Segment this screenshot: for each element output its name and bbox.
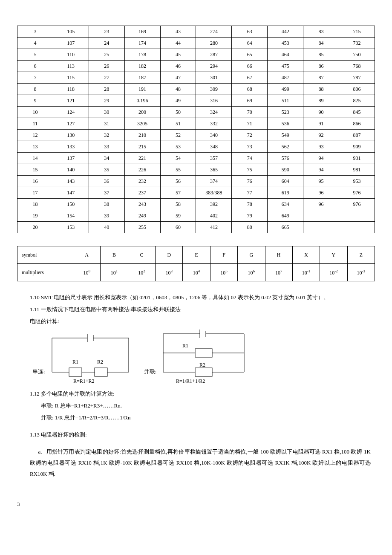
symbol-cell: X (292, 246, 320, 264)
table-cell: 77 (232, 187, 268, 199)
table-cell: 85 (303, 49, 339, 61)
table-cell: 72 (232, 130, 268, 141)
table-cell: 453 (268, 38, 303, 49)
table-cell: 110 (53, 49, 89, 61)
table-cell: 127 (53, 118, 89, 130)
table-cell: 24 (89, 38, 124, 49)
table-cell: 191 (124, 84, 160, 95)
table-cell: 71 (232, 118, 268, 130)
table-row: 19154392495940279649 (17, 210, 375, 222)
page-number: 3 (17, 501, 375, 508)
table-cell: 475 (268, 61, 303, 72)
table-cell: 324 (196, 107, 232, 118)
parallel-circuit-icon: R1 R2 R=1/R1+1/R2 (159, 330, 248, 385)
multiplier-heading: multipliers (17, 264, 73, 281)
table-cell: 365 (196, 164, 232, 176)
table-cell: 316 (196, 95, 232, 107)
table-cell: 10 (17, 107, 53, 118)
multiplier-cell: 105 (210, 264, 237, 281)
table-cell: 255 (124, 222, 160, 233)
table-cell: 3205 (124, 118, 160, 130)
table-cell: 536 (268, 118, 303, 130)
table-cell: 412 (196, 222, 232, 233)
table-cell: 6 (17, 61, 53, 72)
table-row: 1614336232563747660495953 (17, 176, 375, 187)
multiplier-cell: 103 (156, 264, 183, 281)
svg-rect-21 (195, 368, 212, 376)
table-cell: 69 (232, 95, 268, 107)
table-cell: 154 (53, 210, 89, 222)
parallel-multi-formula: 并联: 1/R 总并=1/R+2/R+3/R……1/Rn (30, 412, 371, 423)
table-cell: 45 (160, 49, 196, 61)
symbol-cell: H (265, 246, 292, 264)
table-cell: 78 (232, 199, 268, 210)
table-cell: 249 (124, 210, 160, 222)
table-cell: 67 (232, 72, 268, 84)
table-row: 511025178452876546485750 (17, 49, 375, 61)
table-cell: 9 (17, 95, 53, 107)
series-formula: R=R1+R2 (73, 378, 95, 384)
table-cell: 576 (268, 153, 303, 164)
table-cell: 11 (17, 118, 53, 130)
table-cell: 5 (17, 49, 53, 61)
table-cell: 215 (124, 141, 160, 153)
table-cell: 60 (160, 222, 196, 233)
table-cell: 64 (232, 38, 268, 49)
table-cell: 187 (124, 72, 160, 84)
table-cell: 107 (53, 38, 89, 49)
table-cell: 91 (303, 118, 339, 130)
table-cell: 825 (339, 95, 375, 107)
table-cell: 73 (232, 141, 268, 153)
table-cell: 88 (303, 84, 339, 95)
parallel-formula: R=1/R1+1/R2 (176, 378, 205, 384)
table-cell: 49 (160, 95, 196, 107)
multiplier-cell: 104 (183, 264, 210, 281)
table-cell: 226 (124, 164, 160, 176)
table-row: 1815038243583927863496976 (17, 199, 375, 210)
table-row: 1413734221543577457694931 (17, 153, 375, 164)
table-row: 11127313205513327153691866 (17, 118, 375, 130)
svg-rect-2 (69, 368, 82, 376)
table-cell: 243 (124, 199, 160, 210)
svg-rect-4 (95, 368, 107, 376)
table-cell: 83 (303, 26, 339, 38)
table-row: 1012430200503247052390845 (17, 107, 375, 118)
table-cell: 981 (339, 164, 375, 176)
table-cell: 4 (17, 38, 53, 49)
table-cell: 47 (160, 72, 196, 84)
table-cell: 768 (339, 61, 375, 72)
table-cell: 121 (53, 95, 89, 107)
table-cell: 56 (160, 176, 196, 187)
table-cell: 604 (268, 176, 303, 187)
symbol-cell: D (156, 246, 183, 264)
table-cell: 806 (339, 84, 375, 95)
table-cell: 332 (196, 118, 232, 130)
table-cell: 35 (89, 164, 124, 176)
table-cell: 976 (339, 199, 375, 210)
table-cell: 93 (303, 141, 339, 153)
table-cell: 46 (160, 61, 196, 72)
table-cell: 12 (17, 130, 53, 141)
table-cell: 750 (339, 49, 375, 61)
table-cell: 57 (160, 187, 196, 199)
table-row: 410724174442806445384732 (17, 38, 375, 49)
calc-label: 电阻的计算: (30, 316, 371, 327)
table-cell: 92 (303, 130, 339, 141)
table-cell: 66 (232, 61, 268, 72)
table-cell: 133 (53, 141, 89, 153)
body-text: 1.10 SMT 电阻的尺寸表示 用长和宽表示（如 0201，0603，0805… (30, 292, 371, 480)
multiplier-cell: 10-1 (292, 264, 320, 281)
table-cell: 634 (268, 199, 303, 210)
table-cell: 43 (160, 26, 196, 38)
table-cell: 665 (268, 222, 303, 233)
table-cell: 33 (89, 141, 124, 153)
table-cell: 649 (268, 210, 303, 222)
table-cell: 3 (17, 26, 53, 38)
table-cell: 590 (268, 164, 303, 176)
table-cell: 124 (53, 107, 89, 118)
table-cell: 89 (303, 95, 339, 107)
table-cell: 232 (124, 176, 160, 187)
multiplier-cell: 100 (73, 264, 101, 281)
table-cell: 65 (232, 49, 268, 61)
table-cell: 953 (339, 176, 375, 187)
